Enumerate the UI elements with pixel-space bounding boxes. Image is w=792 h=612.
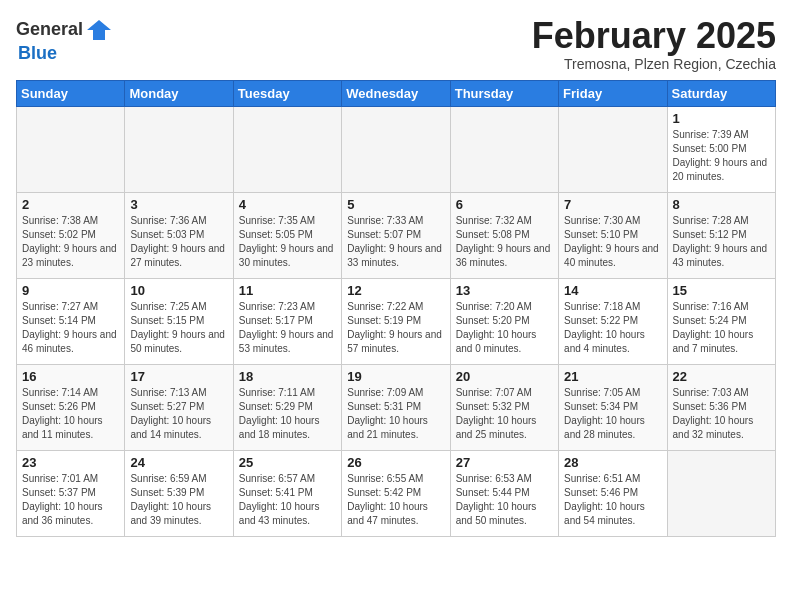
day-number: 28	[564, 455, 661, 470]
calendar-day-header: Thursday	[450, 80, 558, 106]
calendar-cell: 2Sunrise: 7:38 AM Sunset: 5:02 PM Daylig…	[17, 192, 125, 278]
calendar-cell	[125, 106, 233, 192]
calendar-cell: 28Sunrise: 6:51 AM Sunset: 5:46 PM Dayli…	[559, 450, 667, 536]
day-info: Sunrise: 7:23 AM Sunset: 5:17 PM Dayligh…	[239, 300, 336, 356]
day-info: Sunrise: 7:16 AM Sunset: 5:24 PM Dayligh…	[673, 300, 770, 356]
calendar-cell: 11Sunrise: 7:23 AM Sunset: 5:17 PM Dayli…	[233, 278, 341, 364]
day-number: 22	[673, 369, 770, 384]
day-info: Sunrise: 6:59 AM Sunset: 5:39 PM Dayligh…	[130, 472, 227, 528]
calendar-cell	[17, 106, 125, 192]
day-number: 25	[239, 455, 336, 470]
day-number: 20	[456, 369, 553, 384]
calendar-cell: 12Sunrise: 7:22 AM Sunset: 5:19 PM Dayli…	[342, 278, 450, 364]
calendar-cell: 16Sunrise: 7:14 AM Sunset: 5:26 PM Dayli…	[17, 364, 125, 450]
calendar-cell: 25Sunrise: 6:57 AM Sunset: 5:41 PM Dayli…	[233, 450, 341, 536]
calendar-week-row: 2Sunrise: 7:38 AM Sunset: 5:02 PM Daylig…	[17, 192, 776, 278]
day-info: Sunrise: 7:35 AM Sunset: 5:05 PM Dayligh…	[239, 214, 336, 270]
day-info: Sunrise: 6:57 AM Sunset: 5:41 PM Dayligh…	[239, 472, 336, 528]
day-info: Sunrise: 6:55 AM Sunset: 5:42 PM Dayligh…	[347, 472, 444, 528]
day-info: Sunrise: 7:14 AM Sunset: 5:26 PM Dayligh…	[22, 386, 119, 442]
logo-blue-text: Blue	[18, 43, 57, 63]
calendar-week-row: 16Sunrise: 7:14 AM Sunset: 5:26 PM Dayli…	[17, 364, 776, 450]
calendar-cell: 7Sunrise: 7:30 AM Sunset: 5:10 PM Daylig…	[559, 192, 667, 278]
calendar-cell: 9Sunrise: 7:27 AM Sunset: 5:14 PM Daylig…	[17, 278, 125, 364]
calendar-cell: 23Sunrise: 7:01 AM Sunset: 5:37 PM Dayli…	[17, 450, 125, 536]
day-info: Sunrise: 7:32 AM Sunset: 5:08 PM Dayligh…	[456, 214, 553, 270]
day-info: Sunrise: 7:05 AM Sunset: 5:34 PM Dayligh…	[564, 386, 661, 442]
day-number: 16	[22, 369, 119, 384]
day-info: Sunrise: 7:13 AM Sunset: 5:27 PM Dayligh…	[130, 386, 227, 442]
day-info: Sunrise: 7:07 AM Sunset: 5:32 PM Dayligh…	[456, 386, 553, 442]
calendar-cell	[450, 106, 558, 192]
day-info: Sunrise: 7:09 AM Sunset: 5:31 PM Dayligh…	[347, 386, 444, 442]
day-number: 27	[456, 455, 553, 470]
calendar-cell: 18Sunrise: 7:11 AM Sunset: 5:29 PM Dayli…	[233, 364, 341, 450]
day-number: 2	[22, 197, 119, 212]
logo-general-text: General	[16, 20, 83, 40]
day-number: 6	[456, 197, 553, 212]
calendar-day-header: Sunday	[17, 80, 125, 106]
day-number: 14	[564, 283, 661, 298]
day-number: 12	[347, 283, 444, 298]
calendar-cell: 20Sunrise: 7:07 AM Sunset: 5:32 PM Dayli…	[450, 364, 558, 450]
day-info: Sunrise: 7:38 AM Sunset: 5:02 PM Dayligh…	[22, 214, 119, 270]
calendar-cell: 22Sunrise: 7:03 AM Sunset: 5:36 PM Dayli…	[667, 364, 775, 450]
calendar-cell: 15Sunrise: 7:16 AM Sunset: 5:24 PM Dayli…	[667, 278, 775, 364]
day-info: Sunrise: 7:18 AM Sunset: 5:22 PM Dayligh…	[564, 300, 661, 356]
calendar-week-row: 1Sunrise: 7:39 AM Sunset: 5:00 PM Daylig…	[17, 106, 776, 192]
calendar-cell: 17Sunrise: 7:13 AM Sunset: 5:27 PM Dayli…	[125, 364, 233, 450]
calendar-day-header: Saturday	[667, 80, 775, 106]
logo: General Blue	[16, 16, 113, 64]
day-number: 13	[456, 283, 553, 298]
day-number: 1	[673, 111, 770, 126]
day-info: Sunrise: 7:28 AM Sunset: 5:12 PM Dayligh…	[673, 214, 770, 270]
calendar-day-header: Friday	[559, 80, 667, 106]
day-info: Sunrise: 7:25 AM Sunset: 5:15 PM Dayligh…	[130, 300, 227, 356]
calendar-table: SundayMondayTuesdayWednesdayThursdayFrid…	[16, 80, 776, 537]
day-info: Sunrise: 7:33 AM Sunset: 5:07 PM Dayligh…	[347, 214, 444, 270]
calendar-cell	[559, 106, 667, 192]
day-number: 26	[347, 455, 444, 470]
calendar-cell	[342, 106, 450, 192]
day-info: Sunrise: 7:20 AM Sunset: 5:20 PM Dayligh…	[456, 300, 553, 356]
day-info: Sunrise: 6:53 AM Sunset: 5:44 PM Dayligh…	[456, 472, 553, 528]
day-number: 10	[130, 283, 227, 298]
day-info: Sunrise: 7:22 AM Sunset: 5:19 PM Dayligh…	[347, 300, 444, 356]
day-info: Sunrise: 7:30 AM Sunset: 5:10 PM Dayligh…	[564, 214, 661, 270]
day-number: 7	[564, 197, 661, 212]
calendar-cell: 14Sunrise: 7:18 AM Sunset: 5:22 PM Dayli…	[559, 278, 667, 364]
day-number: 15	[673, 283, 770, 298]
calendar-cell: 3Sunrise: 7:36 AM Sunset: 5:03 PM Daylig…	[125, 192, 233, 278]
day-number: 11	[239, 283, 336, 298]
calendar-cell: 27Sunrise: 6:53 AM Sunset: 5:44 PM Dayli…	[450, 450, 558, 536]
calendar-cell: 4Sunrise: 7:35 AM Sunset: 5:05 PM Daylig…	[233, 192, 341, 278]
day-number: 21	[564, 369, 661, 384]
calendar-cell: 1Sunrise: 7:39 AM Sunset: 5:00 PM Daylig…	[667, 106, 775, 192]
day-number: 3	[130, 197, 227, 212]
day-number: 4	[239, 197, 336, 212]
calendar-cell: 26Sunrise: 6:55 AM Sunset: 5:42 PM Dayli…	[342, 450, 450, 536]
day-info: Sunrise: 7:11 AM Sunset: 5:29 PM Dayligh…	[239, 386, 336, 442]
day-info: Sunrise: 7:36 AM Sunset: 5:03 PM Dayligh…	[130, 214, 227, 270]
day-info: Sunrise: 7:01 AM Sunset: 5:37 PM Dayligh…	[22, 472, 119, 528]
calendar-subtitle: Tremosna, Plzen Region, Czechia	[532, 56, 776, 72]
day-number: 8	[673, 197, 770, 212]
day-info: Sunrise: 6:51 AM Sunset: 5:46 PM Dayligh…	[564, 472, 661, 528]
calendar-day-header: Tuesday	[233, 80, 341, 106]
calendar-cell: 5Sunrise: 7:33 AM Sunset: 5:07 PM Daylig…	[342, 192, 450, 278]
day-number: 17	[130, 369, 227, 384]
title-block: February 2025 Tremosna, Plzen Region, Cz…	[532, 16, 776, 72]
calendar-cell: 8Sunrise: 7:28 AM Sunset: 5:12 PM Daylig…	[667, 192, 775, 278]
page-header: General Blue February 2025 Tremosna, Plz…	[16, 16, 776, 72]
calendar-cell	[233, 106, 341, 192]
calendar-title: February 2025	[532, 16, 776, 56]
svg-marker-0	[87, 20, 111, 40]
day-number: 23	[22, 455, 119, 470]
calendar-week-row: 9Sunrise: 7:27 AM Sunset: 5:14 PM Daylig…	[17, 278, 776, 364]
calendar-cell: 21Sunrise: 7:05 AM Sunset: 5:34 PM Dayli…	[559, 364, 667, 450]
calendar-day-header: Wednesday	[342, 80, 450, 106]
logo-icon	[85, 16, 113, 44]
day-info: Sunrise: 7:27 AM Sunset: 5:14 PM Dayligh…	[22, 300, 119, 356]
day-info: Sunrise: 7:39 AM Sunset: 5:00 PM Dayligh…	[673, 128, 770, 184]
calendar-cell: 24Sunrise: 6:59 AM Sunset: 5:39 PM Dayli…	[125, 450, 233, 536]
